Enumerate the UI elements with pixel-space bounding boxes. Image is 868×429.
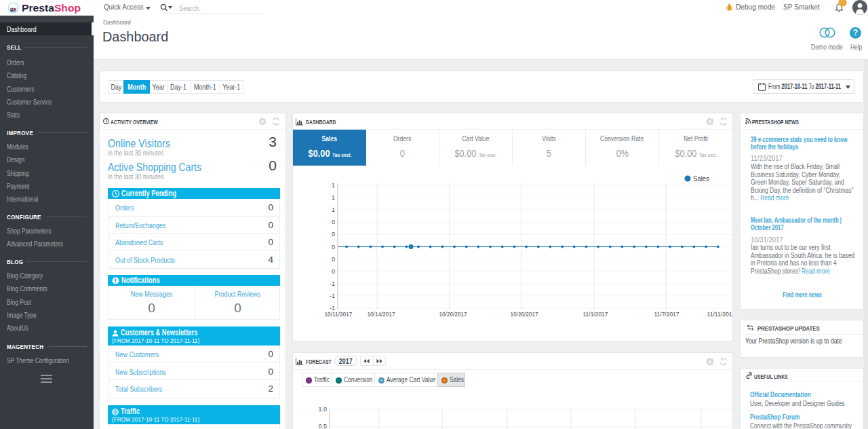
svg-text:0.5: 0.5 [318,423,327,429]
svg-text:-1: -1 [330,280,335,287]
svg-text:0: 0 [332,219,335,225]
svg-text:0: 0 [332,268,335,275]
svg-text:11/7/2017: 11/7/2017 [654,310,679,318]
svg-text:10/14/2017: 10/14/2017 [368,310,395,318]
svg-text:1: 1 [332,182,335,189]
svg-text:11/11/201: 11/11/201 [707,310,732,318]
svg-text:10/20/2017: 10/20/2017 [439,310,467,318]
svg-text:10/11/2017: 10/11/2017 [325,310,353,318]
svg-text:10/26/2017: 10/26/2017 [511,310,538,318]
svg-text:11/1/2017: 11/1/2017 [583,310,608,318]
svg-text:-1: -1 [330,293,335,299]
svg-text:0: 0 [332,244,335,250]
svg-text:0: 0 [332,231,335,238]
svg-text:1: 1 [332,206,335,213]
svg-text:Sales: Sales [693,174,709,183]
svg-text:1.0: 1.0 [318,406,327,413]
svg-text:0: 0 [332,256,335,263]
svg-text:1: 1 [332,194,335,201]
